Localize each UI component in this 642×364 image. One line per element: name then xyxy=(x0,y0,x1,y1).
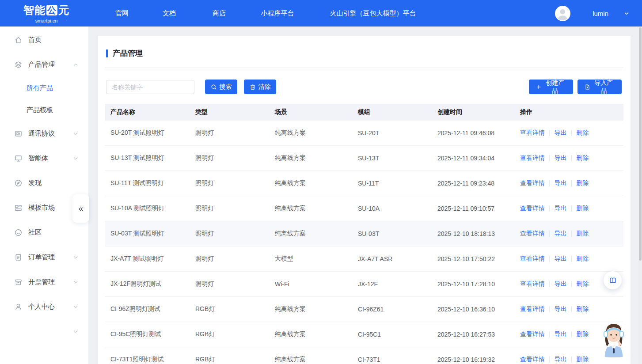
action-separator: | xyxy=(571,356,573,363)
customer-service-mascot[interactable] xyxy=(599,321,628,359)
table-row: SU-03T 测试照明灯照明灯纯离线方案SU-03T2025-12-10 18:… xyxy=(105,221,623,246)
search-icon xyxy=(211,84,217,90)
chevron-down-icon xyxy=(73,304,79,310)
action-link-导出[interactable]: 导出 xyxy=(555,356,567,363)
sidebar-item-agent[interactable]: 智能体 xyxy=(0,146,88,171)
action-separator: | xyxy=(549,129,551,136)
action-link-删除[interactable]: 删除 xyxy=(576,280,589,287)
action-link-删除[interactable]: 删除 xyxy=(576,230,589,237)
column-header-创建时间: 创建时间 xyxy=(432,108,515,116)
person-icon xyxy=(556,7,570,20)
action-link-查看详情[interactable]: 查看详情 xyxy=(520,230,545,237)
action-link-导出[interactable]: 导出 xyxy=(555,154,567,161)
action-link-删除[interactable]: 删除 xyxy=(576,205,589,212)
brand-logo[interactable]: 智能公元 smartpi.cn xyxy=(18,3,75,23)
cell-name: SU-13T 测试照明灯 xyxy=(105,154,190,162)
action-link-删除[interactable]: 删除 xyxy=(576,305,589,312)
cell-type: 照明灯 xyxy=(190,255,270,263)
action-separator: | xyxy=(549,280,551,287)
action-link-查看详情[interactable]: 查看详情 xyxy=(520,305,545,312)
create-product-button[interactable]: 创建产品 xyxy=(529,80,573,94)
cell-name: JX-12F照明灯测试 xyxy=(105,280,190,288)
username-label[interactable]: lumin xyxy=(593,10,608,17)
chevron-down-icon xyxy=(73,329,79,334)
sidebar-item-label: 社区 xyxy=(28,228,79,237)
action-link-导出[interactable]: 导出 xyxy=(555,205,567,212)
sidebar-item-discover[interactable]: 发现 xyxy=(0,171,88,195)
action-link-查看详情[interactable]: 查看详情 xyxy=(520,280,545,287)
action-link-导出[interactable]: 导出 xyxy=(555,179,567,186)
user-avatar-icon[interactable] xyxy=(555,6,570,21)
cell-scene: Wi-Fi xyxy=(270,281,353,288)
chevron-down-icon xyxy=(73,254,79,260)
action-separator: | xyxy=(571,154,573,161)
action-link-查看详情[interactable]: 查看详情 xyxy=(520,129,545,136)
nav-item-2[interactable]: 文档 xyxy=(163,0,176,27)
chevron-down-icon[interactable] xyxy=(623,10,630,16)
action-link-导出[interactable]: 导出 xyxy=(555,280,567,287)
home-icon xyxy=(14,36,23,44)
search-button-label: 搜索 xyxy=(220,83,232,91)
action-separator: | xyxy=(571,230,573,237)
nav-item-5[interactable]: 火山引擎（豆包大模型）平台 xyxy=(330,0,416,27)
sidebar-collapse-button[interactable]: « xyxy=(72,194,89,223)
docs-floating-button[interactable] xyxy=(604,271,622,289)
action-link-导出[interactable]: 导出 xyxy=(555,255,567,262)
nav-item-1[interactable]: 官网 xyxy=(115,0,129,27)
nav-item-4[interactable]: 小程序平台 xyxy=(261,0,294,27)
sidebar-item-product-management[interactable]: 产品管理 xyxy=(0,52,88,77)
table-row: SU-11T 测试照明灯照明灯纯离线方案SU-11T2025-12-11 09:… xyxy=(105,171,623,196)
sidebar-item-community[interactable]: 社区 xyxy=(0,220,88,245)
sidebar-item-home[interactable]: 首页 xyxy=(0,27,88,52)
action-link-查看详情[interactable]: 查看详情 xyxy=(520,330,545,337)
action-link-导出[interactable]: 导出 xyxy=(555,330,567,337)
action-link-删除[interactable]: 删除 xyxy=(576,129,589,136)
cell-created: 2025-12-11 09:23:48 xyxy=(432,180,515,187)
home-icon xyxy=(14,36,23,44)
action-link-查看详情[interactable]: 查看详情 xyxy=(520,356,545,363)
search-input[interactable] xyxy=(106,80,194,94)
action-link-导出[interactable]: 导出 xyxy=(555,230,567,237)
action-link-查看详情[interactable]: 查看详情 xyxy=(520,205,545,212)
nav-item-3[interactable]: 商店 xyxy=(213,0,226,27)
column-header-操作: 操作 xyxy=(515,108,623,116)
action-link-查看详情[interactable]: 查看详情 xyxy=(520,255,545,262)
action-link-查看详情[interactable]: 查看详情 xyxy=(520,179,545,186)
table-row: SU-13T 测试照明灯照明灯纯离线方案SU-13T2025-12-11 09:… xyxy=(105,146,623,171)
protocol-icon xyxy=(14,129,23,138)
archive-icon xyxy=(14,278,23,286)
sidebar-subitem-所有产品[interactable]: 所有产品 xyxy=(0,77,88,99)
sidebar-item-orders[interactable]: 订单管理 xyxy=(0,245,88,269)
cell-type: 照明灯 xyxy=(190,179,270,187)
cell-scene: 纯离线方案 xyxy=(270,356,353,364)
cell-actions: 查看详情|导出|删除 xyxy=(515,154,623,162)
action-separator: | xyxy=(571,255,573,262)
clear-button[interactable]: 清除 xyxy=(244,80,276,94)
action-link-删除[interactable]: 删除 xyxy=(576,356,589,363)
action-separator: | xyxy=(571,280,573,287)
search-button[interactable]: 搜索 xyxy=(205,80,237,94)
cell-module: SU-10A xyxy=(353,205,432,212)
sidebar-item-extra[interactable] xyxy=(0,319,88,344)
sidebar-item-profile[interactable]: 个人中心 xyxy=(0,294,88,319)
action-link-删除[interactable]: 删除 xyxy=(576,154,589,161)
window-scrollbar-thumb[interactable] xyxy=(639,27,642,261)
action-link-导出[interactable]: 导出 xyxy=(555,129,567,136)
cell-scene: 纯离线方案 xyxy=(270,205,353,212)
sidebar-item-protocol[interactable]: 通讯协议 xyxy=(0,121,88,146)
import-product-button[interactable]: 导入产品 xyxy=(577,80,622,94)
cell-scene: 纯离线方案 xyxy=(270,305,353,313)
sidebar-subitem-产品模板[interactable]: 产品模板 xyxy=(0,99,88,121)
action-link-查看详情[interactable]: 查看详情 xyxy=(520,154,545,161)
action-link-删除[interactable]: 删除 xyxy=(576,330,589,337)
action-link-导出[interactable]: 导出 xyxy=(555,305,567,312)
plus-icon xyxy=(536,84,541,90)
sidebar-item-invoicing[interactable]: 开票管理 xyxy=(0,269,88,294)
action-link-删除[interactable]: 删除 xyxy=(576,255,589,262)
action-separator: | xyxy=(571,305,573,312)
cell-created: 2025-12-11 09:46:08 xyxy=(432,129,515,136)
protocol-icon xyxy=(14,129,23,138)
action-link-删除[interactable]: 删除 xyxy=(576,179,589,186)
cell-type: 照明灯 xyxy=(190,280,270,288)
cell-name: SU-10A 测试照明灯 xyxy=(105,205,190,212)
